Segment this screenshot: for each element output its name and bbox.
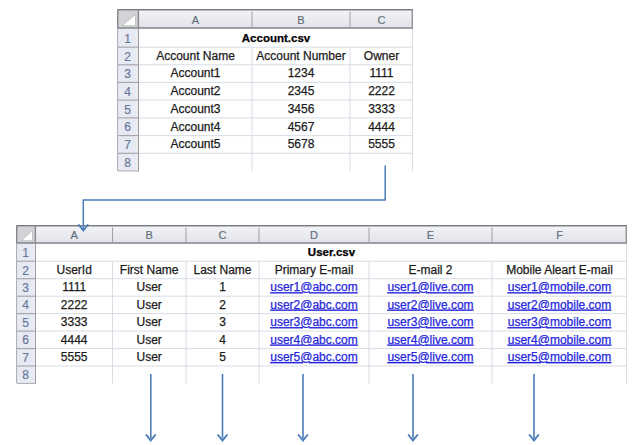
svg-text:5555: 5555 (368, 137, 395, 151)
svg-text:B: B (297, 14, 304, 26)
svg-text:User: User (137, 315, 162, 329)
svg-text:Account4: Account4 (170, 120, 220, 134)
svg-text:Account.csv: Account.csv (242, 32, 311, 44)
svg-text:5: 5 (22, 316, 29, 330)
svg-text:UserId: UserId (57, 263, 92, 277)
svg-text:E-mail 2: E-mail 2 (408, 263, 452, 277)
svg-text:7: 7 (22, 351, 29, 365)
svg-text:2222: 2222 (61, 298, 88, 312)
svg-text:user1@abc.com: user1@abc.com (270, 280, 358, 294)
svg-text:4567: 4567 (288, 120, 315, 134)
svg-text:3333: 3333 (368, 102, 395, 116)
svg-text:B: B (146, 229, 153, 241)
svg-text:2345: 2345 (288, 84, 315, 98)
svg-text:C: C (219, 229, 227, 241)
svg-text:1: 1 (219, 280, 226, 294)
svg-text:user4@abc.com: user4@abc.com (270, 333, 358, 347)
svg-text:User: User (137, 333, 162, 347)
svg-text:1: 1 (22, 246, 29, 260)
svg-text:1111: 1111 (369, 66, 393, 80)
svg-text:6: 6 (22, 333, 29, 347)
svg-text:E: E (427, 229, 434, 241)
svg-text:Mobile Aleart E-mail: Mobile Aleart E-mail (506, 263, 613, 277)
svg-text:user2@mobile.com: user2@mobile.com (508, 298, 612, 312)
svg-text:Account3: Account3 (170, 102, 220, 116)
svg-text:4444: 4444 (368, 120, 395, 134)
svg-text:user2@abc.com: user2@abc.com (270, 298, 358, 312)
svg-text:D: D (310, 229, 318, 241)
svg-text:Owner: Owner (364, 49, 399, 63)
svg-text:4: 4 (219, 333, 226, 347)
svg-text:user3@abc.com: user3@abc.com (270, 315, 358, 329)
svg-text:8: 8 (124, 156, 131, 170)
svg-text:8: 8 (22, 368, 29, 382)
svg-text:4: 4 (124, 85, 131, 99)
svg-text:user3@live.com: user3@live.com (387, 315, 473, 329)
svg-text:2: 2 (219, 298, 226, 312)
svg-text:4444: 4444 (61, 333, 88, 347)
svg-text:Account5: Account5 (170, 137, 220, 151)
svg-text:3: 3 (22, 281, 29, 295)
svg-text:3456: 3456 (288, 102, 315, 116)
svg-text:5: 5 (219, 350, 226, 364)
svg-text:1111: 1111 (62, 280, 86, 294)
svg-text:1: 1 (124, 32, 131, 46)
svg-text:F: F (556, 229, 563, 241)
svg-text:user4@mobile.com: user4@mobile.com (508, 333, 612, 347)
svg-text:4: 4 (22, 298, 29, 312)
svg-text:2222: 2222 (368, 84, 395, 98)
svg-text:Account1: Account1 (170, 66, 220, 80)
svg-text:A: A (192, 14, 200, 26)
svg-text:Account2: Account2 (170, 84, 220, 98)
svg-text:A: A (71, 229, 79, 241)
svg-text:user5@abc.com: user5@abc.com (270, 350, 358, 364)
svg-text:6: 6 (124, 120, 131, 134)
svg-text:User: User (137, 298, 162, 312)
svg-text:Account Name: Account Name (156, 49, 235, 63)
svg-text:3333: 3333 (61, 315, 88, 329)
svg-text:2: 2 (124, 50, 131, 64)
svg-text:user4@live.com: user4@live.com (387, 333, 473, 347)
svg-text:3: 3 (124, 67, 131, 81)
svg-text:User: User (137, 350, 162, 364)
svg-text:user3@mobile.com: user3@mobile.com (508, 315, 612, 329)
svg-text:5: 5 (124, 103, 131, 117)
svg-text:user2@live.com: user2@live.com (387, 298, 473, 312)
svg-text:Account Number: Account Number (256, 49, 345, 63)
svg-text:User: User (137, 280, 162, 294)
svg-text:1234: 1234 (288, 66, 315, 80)
svg-text:3: 3 (219, 315, 226, 329)
svg-text:5555: 5555 (61, 350, 88, 364)
svg-text:5678: 5678 (288, 137, 315, 151)
svg-text:user5@live.com: user5@live.com (387, 350, 473, 364)
svg-text:2: 2 (22, 264, 29, 278)
svg-text:Last Name: Last Name (193, 263, 251, 277)
svg-text:user1@mobile.com: user1@mobile.com (508, 280, 612, 294)
svg-text:user1@live.com: user1@live.com (387, 280, 473, 294)
svg-text:Primary E-mail: Primary E-mail (275, 263, 354, 277)
svg-text:C: C (378, 14, 386, 26)
svg-text:user5@mobile.com: user5@mobile.com (508, 350, 612, 364)
svg-text:First Name: First Name (120, 263, 179, 277)
svg-text:7: 7 (124, 138, 131, 152)
svg-text:User.csv: User.csv (308, 246, 356, 258)
